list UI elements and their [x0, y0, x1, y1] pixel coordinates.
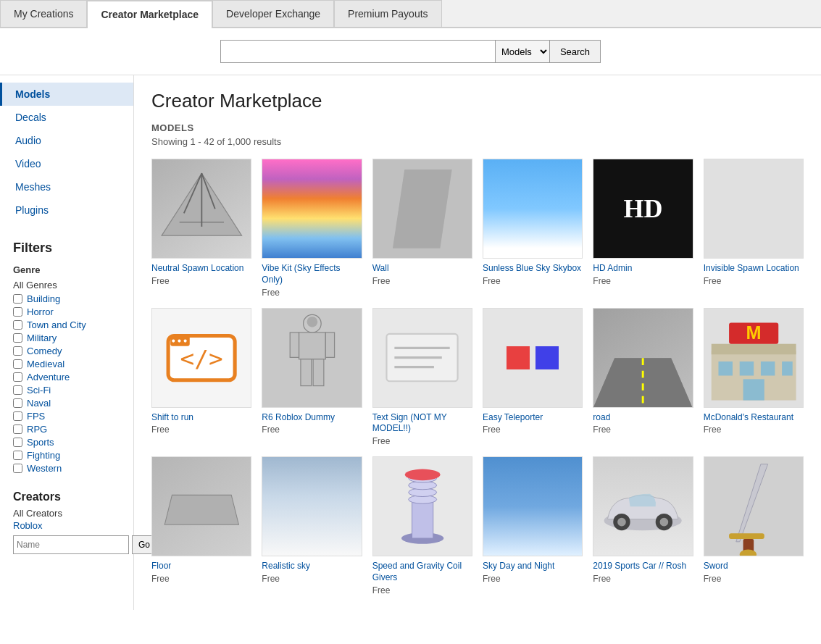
- svg-point-10: [184, 339, 187, 342]
- item-name-invisible-spawn: Invisible Spawn Location: [704, 263, 804, 275]
- item-price-invisible-spawn: Free: [704, 276, 804, 286]
- search-button[interactable]: Search: [550, 40, 601, 63]
- item-price-neutral-spawn: Free: [151, 276, 251, 286]
- all-creators-label: All Creators: [13, 508, 120, 519]
- genre-sports-checkbox[interactable]: [13, 438, 22, 447]
- genre-adventure[interactable]: Adventure: [13, 372, 120, 382]
- item-card-realistic-sky[interactable]: Realistic sky Free: [262, 456, 362, 595]
- svg-point-46: [660, 518, 669, 527]
- search-type-select[interactable]: Models Decals Audio Video Meshes Plugins: [496, 40, 550, 63]
- tab-my-creations[interactable]: My Creations: [0, 0, 87, 27]
- item-card-sky-day-night[interactable]: Sky Day and Night Free: [483, 456, 583, 595]
- genre-sports[interactable]: Sports: [13, 437, 120, 448]
- item-card-invisible-spawn[interactable]: Invisible Spawn Location Free: [704, 159, 804, 298]
- genre-comedy[interactable]: Comedy: [13, 346, 120, 356]
- genre-fighting[interactable]: Fighting: [13, 450, 120, 461]
- genre-building-checkbox[interactable]: [13, 294, 22, 304]
- item-thumb-hd-admin: HD: [593, 159, 693, 259]
- genre-western[interactable]: Western: [13, 463, 120, 474]
- item-price-sword: Free: [704, 574, 804, 584]
- sidebar-item-meshes[interactable]: Meshes: [0, 175, 133, 198]
- sidebar-item-audio[interactable]: Audio: [0, 129, 133, 152]
- item-price-speed-gravity: Free: [372, 585, 472, 595]
- svg-text:</>: </>: [180, 345, 223, 372]
- genre-military-checkbox[interactable]: [13, 333, 22, 343]
- item-card-speed-gravity[interactable]: Speed and Gravity Coil Givers Free: [372, 456, 472, 595]
- item-card-sports-car[interactable]: 2019 Sports Car // Rosh Free: [593, 456, 693, 595]
- content-area: Creator Marketplace MODELS Showing 1 - 4…: [134, 75, 821, 610]
- genre-town-checkbox[interactable]: [13, 320, 22, 330]
- item-name-sword: Sword: [704, 561, 804, 572]
- genre-rpg-checkbox[interactable]: [13, 425, 22, 434]
- item-price-realistic-sky: Free: [262, 574, 362, 584]
- item-card-vibe-kit[interactable]: Vibe Kit (Sky Effects Only) Free: [262, 159, 362, 298]
- svg-rect-48: [729, 533, 764, 539]
- svg-point-9: [178, 339, 180, 342]
- svg-rect-36: [412, 499, 433, 538]
- item-card-sunless-sky[interactable]: Sunless Blue Sky Skybox Free: [483, 159, 583, 298]
- item-name-text-sign: Text Sign (NOT MY MODEL!!): [372, 412, 472, 435]
- genre-building[interactable]: Building: [13, 293, 120, 304]
- item-card-text-sign[interactable]: Text Sign (NOT MY MODEL!!) Free: [372, 308, 472, 447]
- item-thumb-text-sign: [372, 308, 472, 408]
- genre-horror-checkbox[interactable]: [13, 307, 22, 317]
- genre-military[interactable]: Military: [13, 333, 120, 343]
- roblox-creator-link[interactable]: Roblox: [13, 520, 120, 531]
- item-card-wall[interactable]: Wall Free: [372, 159, 472, 298]
- genre-adventure-checkbox[interactable]: [13, 372, 22, 382]
- main-layout: Models Decals Audio Video Meshes Plugins…: [0, 75, 821, 610]
- sidebar-item-models[interactable]: Models: [0, 83, 133, 106]
- item-card-hd-admin[interactable]: HD HD Admin Free: [593, 159, 693, 298]
- item-thumb-r6: [262, 308, 362, 408]
- item-name-floor: Floor: [151, 561, 251, 572]
- item-name-sky-day-night: Sky Day and Night: [483, 561, 583, 572]
- all-genres-label: All Genres: [13, 280, 120, 290]
- genre-comedy-checkbox[interactable]: [13, 346, 22, 356]
- genre-scifi[interactable]: Sci-Fi: [13, 385, 120, 396]
- genre-naval-checkbox[interactable]: [13, 398, 22, 408]
- item-name-wall: Wall: [372, 263, 472, 275]
- svg-marker-47: [735, 464, 767, 542]
- item-thumb-mcdonalds: M: [704, 308, 804, 408]
- item-card-mcdonalds[interactable]: M McDonald's Restaurant Free: [704, 308, 804, 447]
- svg-rect-27: [718, 361, 732, 375]
- item-card-sword[interactable]: Sword Free: [704, 456, 804, 595]
- sidebar-nav: Models Decals Audio Video Meshes Plugins: [0, 83, 133, 222]
- sidebar-item-video[interactable]: Video: [0, 152, 133, 175]
- search-input[interactable]: [220, 40, 496, 63]
- item-thumb-teleporter: [483, 308, 583, 408]
- item-card-road[interactable]: road Free: [593, 308, 693, 447]
- genre-town-and-city[interactable]: Town and City: [13, 319, 120, 330]
- item-price-sports-car: Free: [593, 574, 693, 584]
- item-price-road: Free: [593, 425, 693, 435]
- item-card-easy-teleporter[interactable]: Easy Teleporter Free: [483, 308, 583, 447]
- creator-name-input[interactable]: [13, 535, 129, 554]
- tab-developer-exchange[interactable]: Developer Exchange: [212, 0, 334, 27]
- item-card-shift-to-run[interactable]: </> Shift to run Free: [151, 308, 251, 447]
- genre-medieval-checkbox[interactable]: [13, 359, 22, 369]
- genre-scifi-checkbox[interactable]: [13, 385, 22, 395]
- svg-rect-14: [290, 333, 299, 357]
- svg-point-8: [172, 339, 175, 342]
- item-card-r6-dummy[interactable]: R6 Roblox Dummy Free: [262, 308, 362, 447]
- sidebar-item-decals[interactable]: Decals: [0, 106, 133, 129]
- genre-fighting-checkbox[interactable]: [13, 451, 22, 460]
- sidebar-item-plugins[interactable]: Plugins: [0, 198, 133, 222]
- genre-horror[interactable]: Horror: [13, 306, 120, 317]
- item-price-shift: Free: [151, 425, 251, 435]
- svg-rect-31: [743, 379, 764, 400]
- item-card-neutral-spawn[interactable]: Neutral Spawn Location Free: [151, 159, 251, 298]
- tab-premium-payouts[interactable]: Premium Payouts: [334, 0, 441, 27]
- genre-naval[interactable]: Naval: [13, 398, 120, 409]
- search-bar: Models Decals Audio Video Meshes Plugins…: [0, 28, 821, 75]
- creators-section: Creators All Creators Roblox Go: [0, 483, 133, 561]
- item-card-floor[interactable]: Floor Free: [151, 456, 251, 595]
- item-name-sunless-sky: Sunless Blue Sky Skybox: [483, 263, 583, 275]
- genre-rpg[interactable]: RPG: [13, 424, 120, 435]
- svg-point-12: [307, 317, 317, 327]
- genre-medieval[interactable]: Medieval: [13, 359, 120, 369]
- genre-fps[interactable]: FPS: [13, 411, 120, 422]
- tab-creator-marketplace[interactable]: Creator Marketplace: [87, 0, 212, 28]
- genre-western-checkbox[interactable]: [13, 464, 22, 473]
- genre-fps-checkbox[interactable]: [13, 411, 22, 421]
